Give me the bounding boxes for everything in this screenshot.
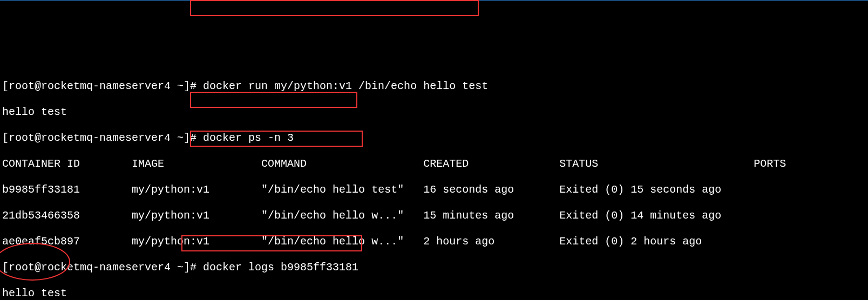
- col-container-id: CONTAINER ID: [2, 158, 80, 170]
- cell-id: b9985ff33181: [2, 183, 80, 196]
- ps-row: 21db53466358 my/python:v1 "/bin/echo hel…: [2, 209, 866, 222]
- cell-id: ae0eaf5cb897: [2, 235, 80, 248]
- col-image: IMAGE: [132, 158, 164, 170]
- col-command: COMMAND: [261, 158, 307, 170]
- cell-command: "/bin/echo hello w...": [261, 209, 404, 222]
- prompt: [root@rocketmq-nameserver4 ~]#: [2, 80, 203, 92]
- cell-created: 2 hours ago: [423, 235, 494, 248]
- terminal-line: [root@rocketmq-nameserver4 ~]# docker ps…: [2, 132, 866, 145]
- output-hello-test: hello test: [2, 106, 866, 119]
- annotation-box: [190, 0, 479, 16]
- col-ports: PORTS: [754, 158, 786, 170]
- cell-status: Exited (0) 15 seconds ago: [559, 183, 721, 196]
- prompt: [root@rocketmq-nameserver4 ~]#: [2, 261, 203, 274]
- terminal-line: [root@rocketmq-nameserver4 ~]# docker ru…: [2, 80, 866, 93]
- cell-status: Exited (0) 2 hours ago: [559, 235, 702, 248]
- window-top-border: [0, 0, 868, 1]
- col-status: STATUS: [559, 158, 598, 170]
- command-docker-ps: docker ps -n 3: [203, 132, 294, 144]
- prompt: [root@rocketmq-nameserver4 ~]#: [2, 132, 203, 144]
- cell-command: "/bin/echo hello test": [261, 183, 404, 196]
- cell-created: 15 minutes ago: [423, 209, 514, 222]
- terminal-line: [root@rocketmq-nameserver4 ~]# docker lo…: [2, 261, 866, 274]
- ps-header: CONTAINER ID IMAGE COMMAND CREATED STATU…: [2, 158, 866, 171]
- cell-command: "/bin/echo hello w...": [261, 235, 404, 248]
- command-docker-run: docker run my/python:v1 /bin/echo hello …: [203, 80, 488, 92]
- cell-status: Exited (0) 14 minutes ago: [559, 209, 721, 222]
- command-docker-logs: docker logs b9985ff33181: [203, 261, 358, 274]
- output-hello-test: hello test: [2, 287, 866, 300]
- cell-image: my/python:v1: [132, 209, 209, 222]
- cell-id: 21db53466358: [2, 209, 80, 222]
- cell-image: my/python:v1: [132, 235, 209, 248]
- cell-image: my/python:v1: [132, 183, 209, 196]
- ps-row: b9985ff33181 my/python:v1 "/bin/echo hel…: [2, 183, 866, 196]
- col-created: CREATED: [423, 158, 469, 170]
- cell-created: 16 seconds ago: [423, 183, 514, 196]
- ps-row: ae0eaf5cb897 my/python:v1 "/bin/echo hel…: [2, 235, 866, 248]
